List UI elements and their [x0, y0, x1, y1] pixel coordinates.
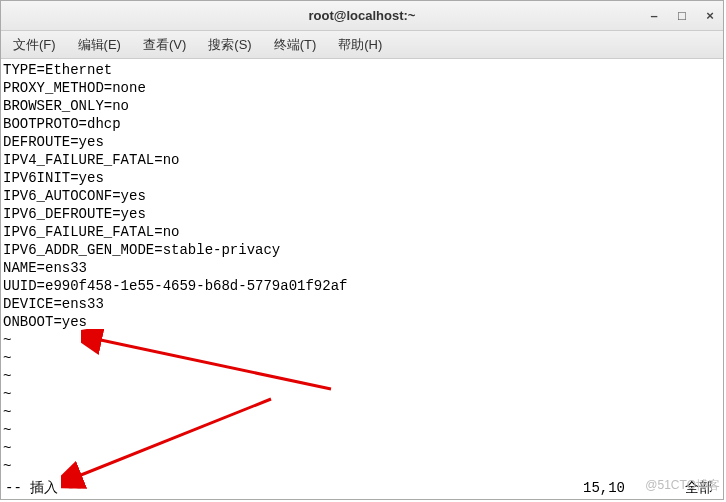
config-line: IPV6_FAILURE_FATAL=no	[1, 223, 723, 241]
config-line: IPV6_DEFROUTE=yes	[1, 205, 723, 223]
vim-tilde: ~	[1, 421, 723, 439]
terminal-content[interactable]: TYPE=Ethernet PROXY_METHOD=none BROWSER_…	[1, 59, 723, 499]
menu-terminal[interactable]: 终端(T)	[270, 33, 321, 57]
maximize-button[interactable]: □	[675, 9, 689, 23]
config-line: IPV6_ADDR_GEN_MODE=stable-privacy	[1, 241, 723, 259]
window-title: root@localhost:~	[309, 8, 416, 23]
vim-tilde: ~	[1, 457, 723, 475]
config-line: TYPE=Ethernet	[1, 61, 723, 79]
cursor-position: 15,10	[583, 479, 685, 497]
config-line: PROXY_METHOD=none	[1, 79, 723, 97]
menu-file[interactable]: 文件(F)	[9, 33, 60, 57]
menu-search[interactable]: 搜索(S)	[204, 33, 255, 57]
config-line: DEFROUTE=yes	[1, 133, 723, 151]
vim-statusbar: -- 插入 -- 15,10 全部	[1, 479, 723, 497]
vim-tilde: ~	[1, 403, 723, 421]
scroll-indicator: 全部	[685, 479, 719, 497]
titlebar: root@localhost:~ – □ ×	[1, 1, 723, 31]
terminal-window: root@localhost:~ – □ × 文件(F) 编辑(E) 查看(V)…	[0, 0, 724, 500]
config-line: ONBOOT=yes	[1, 313, 723, 331]
menu-help[interactable]: 帮助(H)	[334, 33, 386, 57]
vim-tilde: ~	[1, 349, 723, 367]
config-line: BROWSER_ONLY=no	[1, 97, 723, 115]
config-line: BOOTPROTO=dhcp	[1, 115, 723, 133]
vim-tilde: ~	[1, 331, 723, 349]
config-line: DEVICE=ens33	[1, 295, 723, 313]
close-button[interactable]: ×	[703, 9, 717, 23]
vim-tilde: ~	[1, 439, 723, 457]
config-line: UUID=e990f458-1e55-4659-b68d-5779a01f92a…	[1, 277, 723, 295]
config-line: IPV4_FAILURE_FATAL=no	[1, 151, 723, 169]
menubar: 文件(F) 编辑(E) 查看(V) 搜索(S) 终端(T) 帮助(H)	[1, 31, 723, 59]
menu-view[interactable]: 查看(V)	[139, 33, 190, 57]
window-controls: – □ ×	[647, 9, 717, 23]
vim-tilde: ~	[1, 385, 723, 403]
vim-tilde: ~	[1, 367, 723, 385]
config-line: NAME=ens33	[1, 259, 723, 277]
config-line: IPV6INIT=yes	[1, 169, 723, 187]
config-line: IPV6_AUTOCONF=yes	[1, 187, 723, 205]
minimize-button[interactable]: –	[647, 9, 661, 23]
menu-edit[interactable]: 编辑(E)	[74, 33, 125, 57]
vim-mode: -- 插入 --	[5, 479, 83, 497]
